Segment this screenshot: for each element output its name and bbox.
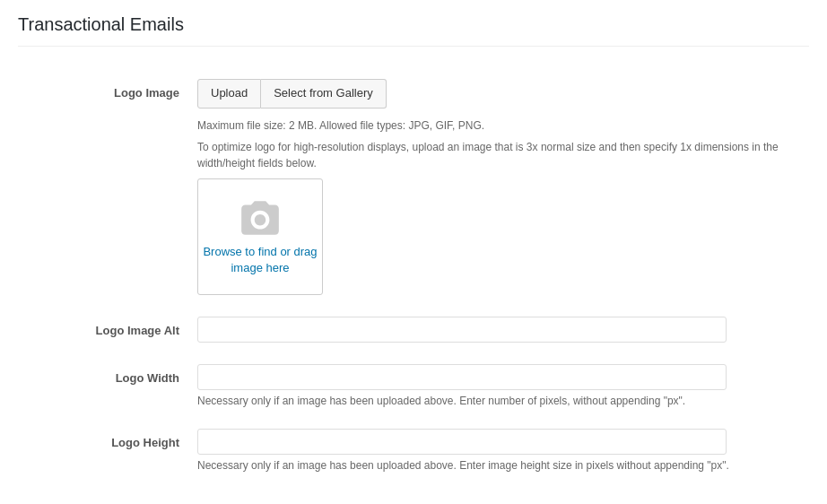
drop-zone-text: Browse to find or drag image here (198, 244, 322, 276)
image-drop-zone[interactable]: Browse to find or drag image here (197, 178, 323, 295)
logo-alt-label: Logo Image Alt (96, 324, 179, 337)
logo-width-input[interactable] (197, 364, 727, 390)
logo-height-row: Logo Height Necessary only if an image h… (18, 418, 809, 482)
logo-image-label: Logo Image (114, 86, 179, 100)
logo-width-row: Logo Width Necessary only if an image ha… (18, 353, 809, 418)
camera-icon (238, 197, 283, 235)
select-from-gallery-button[interactable]: Select from Gallery (261, 79, 387, 109)
logo-alt-row: Logo Image Alt (18, 306, 809, 353)
logo-height-hint: Necessary only if an image has been uplo… (197, 459, 809, 472)
logo-width-hint: Necessary only if an image has been uplo… (197, 395, 809, 407)
logo-image-row: Logo Image Upload Select from Gallery Ma… (18, 68, 809, 306)
page-title: Transactional Emails (18, 14, 809, 47)
logo-width-label: Logo Width (116, 371, 179, 385)
resolution-help-text: To optimize logo for high-resolution dis… (197, 139, 809, 171)
logo-alt-input[interactable] (197, 317, 727, 343)
logo-height-label: Logo Height (111, 436, 179, 449)
file-size-help-text: Maximum file size: 2 MB. Allowed file ty… (197, 117, 809, 134)
logo-height-input[interactable] (197, 429, 727, 455)
upload-button[interactable]: Upload (197, 79, 261, 109)
logo-image-buttons: Upload Select from Gallery (197, 79, 809, 109)
